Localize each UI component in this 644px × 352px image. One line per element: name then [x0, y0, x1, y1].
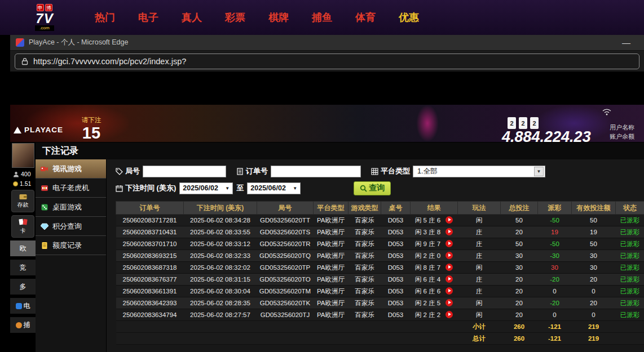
avatar[interactable] — [12, 143, 34, 168]
chevron-down-icon: ▼ — [534, 167, 544, 176]
menu-item-points-query[interactable]: 积分查询 — [36, 217, 106, 236]
cell-valid: 50 — [572, 238, 616, 250]
address-bar[interactable]: https://gci.7vvvvvv.com/pc/pcv2/index.js… — [15, 54, 639, 69]
cell-game: 百家乐 — [349, 238, 381, 250]
minimize-button[interactable]: — — [622, 38, 630, 47]
replay-video-icon[interactable] — [445, 228, 453, 235]
rail-tab-fishing[interactable]: 捕 — [10, 317, 36, 333]
player-count-stat: 400 — [10, 171, 36, 177]
table-row: 2506020837017102025-06-02 08:33:12GD0532… — [116, 238, 644, 250]
date-from-select[interactable]: 2025/06/02 ▼ — [179, 182, 233, 194]
search-button[interactable]: 查询 — [354, 181, 391, 195]
cell-bet: 50 — [501, 215, 538, 226]
table-row: 2506020836423932025-06-02 08:28:35GD0532… — [116, 297, 644, 309]
replay-video-icon[interactable] — [445, 264, 453, 271]
result-text: 闲 6 庄 6 — [415, 288, 440, 295]
diamond-icon — [41, 222, 48, 230]
replay-video-icon[interactable] — [445, 287, 453, 295]
cell-order: 250602083676377 — [116, 274, 184, 286]
cell-result: 闲 3 庄 8 — [411, 226, 458, 238]
platform-type-select[interactable]: 1.全部 ▼ — [413, 166, 545, 177]
replay-video-icon[interactable] — [445, 275, 453, 283]
date-to-select[interactable]: 2025/06/02 ▼ — [247, 182, 301, 194]
cards-button[interactable]: 卡 — [11, 215, 34, 238]
rail-tab-compete[interactable]: 竞 — [10, 260, 36, 276]
round-number-label: 局号 — [116, 166, 140, 176]
rail-tab-electronic[interactable]: 电 — [10, 298, 36, 314]
summary-cell-valid: 219 — [572, 321, 616, 333]
cell-time: 2025-06-02 08:30:04 — [184, 286, 257, 297]
nav-item-slots[interactable]: 电子 — [138, 11, 158, 24]
cell-time: 2025-06-02 08:33:12 — [184, 238, 257, 250]
summary-cell-game — [349, 321, 381, 333]
brand-logo[interactable]: 申 博 7V .com — [26, 4, 63, 31]
playing-card: 2 — [519, 117, 527, 129]
cell-bet: 30 — [501, 262, 538, 274]
site-favicon-icon — [16, 38, 24, 47]
lock-icon — [21, 57, 28, 65]
col-header-table: 桌号 — [381, 202, 411, 215]
nav-item-sports[interactable]: 体育 — [355, 11, 376, 24]
menu-item-table-games[interactable]: 桌面游戏 — [36, 198, 106, 217]
summary-cell-status — [616, 333, 644, 345]
nav-item-board-games[interactable]: 棋牌 — [268, 11, 289, 24]
document-outline-icon — [236, 168, 244, 175]
rail-tab-europe[interactable]: 欧 — [10, 240, 36, 257]
result-text: 闲 6 庄 4 — [415, 276, 440, 283]
col-header-order: 订单号 — [116, 202, 184, 215]
cell-order: 250602083693215 — [116, 250, 184, 262]
date-to-value: 2025/06/02 — [250, 184, 286, 192]
platform-label-text: 平台类型 — [381, 166, 410, 176]
balance-stat: 1.51 — [10, 180, 36, 187]
nav-item-hot[interactable]: 热门 — [95, 11, 115, 24]
countdown-number: 15 — [73, 124, 109, 141]
cell-result: 闲 2 庄 0 — [411, 250, 458, 262]
cell-table: D053 — [381, 226, 411, 238]
brand-logo-text: 7V — [36, 11, 53, 25]
deposit-button[interactable]: 存款 — [11, 190, 34, 212]
cell-table: D053 — [381, 262, 411, 274]
filter-row-2: 下注时间 (美东) 2025/06/02 ▼ 至 2025/06/02 ▼ — [116, 180, 644, 197]
filter-row-1: 局号 订单号 — [116, 163, 644, 180]
menu-item-video-games[interactable]: 视讯游戏 — [36, 159, 106, 179]
col-header-time: 下注时间 (美东) — [184, 202, 257, 215]
nav-item-fishing[interactable]: 捕鱼 — [312, 11, 332, 24]
nav-item-live[interactable]: 真人 — [182, 11, 202, 24]
summary-cell-time — [184, 321, 257, 333]
cell-bet: 20 — [501, 297, 538, 309]
menu-item-slots[interactable]: 电子老虎机 — [36, 179, 106, 198]
nav-item-lottery[interactable]: 彩票 — [225, 11, 245, 24]
summary-cell-bet: 260 — [501, 321, 538, 333]
replay-video-icon[interactable] — [445, 299, 453, 306]
order-number-input[interactable] — [271, 166, 361, 177]
player-count-value: 400 — [21, 171, 31, 177]
replay-video-icon[interactable] — [445, 311, 453, 318]
cell-payout: 0 — [538, 309, 572, 321]
cell-game: 百家乐 — [349, 286, 381, 297]
result-text: 闲 8 庄 7 — [415, 264, 440, 271]
replay-video-icon[interactable] — [445, 252, 453, 259]
cell-game: 百家乐 — [349, 215, 381, 226]
cell-bet: 50 — [501, 238, 538, 250]
round-number-input[interactable] — [143, 166, 226, 177]
cell-game: 百家乐 — [349, 274, 381, 286]
cell-time: 2025-06-02 08:34:28 — [184, 215, 257, 226]
cell-play: 闲 — [458, 215, 501, 226]
menu-item-quota-records[interactable]: 额度记录 — [36, 236, 106, 255]
cell-result: 闲 6 庄 6 — [411, 286, 458, 297]
records-menu: 视讯游戏 电子老虎机 — [36, 159, 107, 352]
cell-payout: 30 — [538, 262, 572, 274]
screen: 申 博 7V .com 热门 电子 真人 彩票 棋牌 捕鱼 体育 优惠 Play… — [0, 0, 644, 352]
cell-result: 闲 6 庄 4 — [411, 274, 458, 286]
col-header-round: 局号 — [257, 202, 314, 215]
cell-status: 已派彩 — [616, 297, 644, 309]
replay-video-icon[interactable] — [445, 216, 453, 224]
nav-item-promo[interactable]: 优惠 — [399, 11, 419, 24]
bet-countdown: 请下注 15 — [73, 116, 109, 141]
left-rail: 400 1.51 存款 — [10, 143, 36, 333]
rail-tab-multi[interactable]: 多 — [10, 279, 36, 295]
balance-stat-value: 1.51 — [20, 180, 31, 187]
cell-table: D053 — [381, 286, 411, 297]
replay-video-icon[interactable] — [445, 240, 453, 247]
wifi-icon — [602, 108, 611, 116]
